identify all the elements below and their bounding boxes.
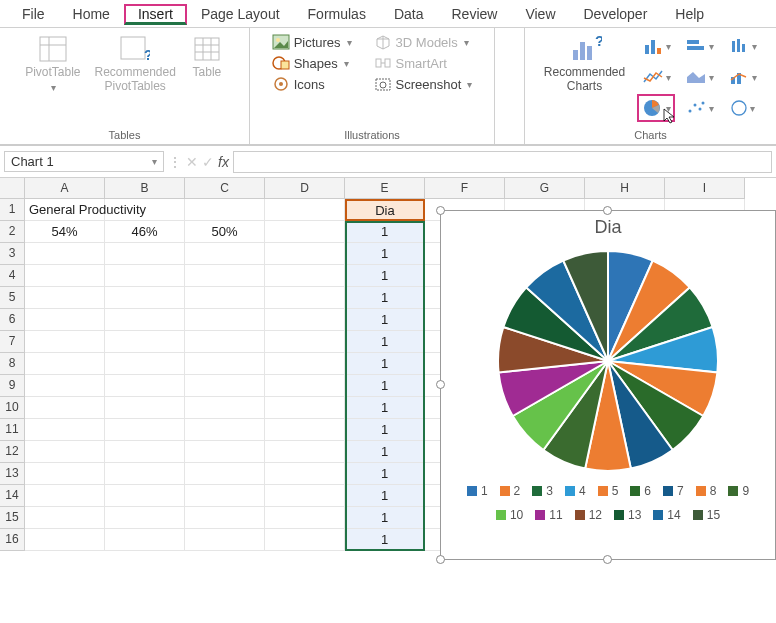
row-header[interactable]: 3 bbox=[0, 243, 25, 265]
cell[interactable] bbox=[265, 507, 345, 529]
cell[interactable] bbox=[265, 375, 345, 397]
map-chart-button[interactable]: ▾ bbox=[723, 94, 761, 122]
cancel-formula-icon[interactable]: ✕ bbox=[186, 154, 198, 170]
cell[interactable] bbox=[265, 287, 345, 309]
column-header[interactable]: D bbox=[265, 178, 345, 199]
cell[interactable] bbox=[105, 353, 185, 375]
cell[interactable]: 54% bbox=[25, 221, 105, 243]
cell[interactable] bbox=[265, 309, 345, 331]
stock-chart-button[interactable]: ▾ bbox=[723, 32, 761, 60]
shapes-button[interactable]: Shapes▾ bbox=[268, 53, 356, 73]
cell[interactable] bbox=[185, 441, 265, 463]
drag-handle-icon[interactable]: ⋮ bbox=[168, 154, 182, 170]
row-header[interactable]: 4 bbox=[0, 265, 25, 287]
column-header[interactable]: F bbox=[425, 178, 505, 199]
cell[interactable] bbox=[25, 529, 105, 551]
pictures-button[interactable]: Pictures▾ bbox=[268, 32, 356, 52]
scatter-chart-button[interactable]: ▾ bbox=[680, 94, 718, 122]
legend-item[interactable]: 7 bbox=[663, 484, 684, 498]
column-header[interactable]: G bbox=[505, 178, 585, 199]
menu-review[interactable]: Review bbox=[438, 4, 512, 25]
legend-item[interactable]: 3 bbox=[532, 484, 553, 498]
row-header[interactable]: 7 bbox=[0, 331, 25, 353]
cell[interactable]: 50% bbox=[185, 221, 265, 243]
row-header[interactable]: 15 bbox=[0, 507, 25, 529]
legend-item[interactable]: 8 bbox=[696, 484, 717, 498]
accept-formula-icon[interactable]: ✓ bbox=[202, 154, 214, 170]
row-header[interactable]: 12 bbox=[0, 441, 25, 463]
legend-item[interactable]: 1 bbox=[467, 484, 488, 498]
cell[interactable] bbox=[25, 331, 105, 353]
table-button[interactable]: Table bbox=[186, 32, 228, 82]
smartart-button[interactable]: SmartArt bbox=[370, 53, 477, 73]
recommended-pivottables-button[interactable]: ? Recommended PivotTables bbox=[91, 32, 180, 96]
cell[interactable]: 1 bbox=[345, 463, 425, 485]
cell[interactable] bbox=[185, 507, 265, 529]
pie-chart-button[interactable]: ▾ bbox=[637, 94, 675, 122]
pivottable-button[interactable]: PivotTable ▾ bbox=[21, 32, 84, 95]
cell[interactable] bbox=[25, 397, 105, 419]
cell[interactable]: 1 bbox=[345, 221, 425, 243]
cell[interactable] bbox=[25, 287, 105, 309]
legend-item[interactable]: 12 bbox=[575, 508, 602, 522]
cell[interactable] bbox=[25, 375, 105, 397]
cell[interactable] bbox=[185, 309, 265, 331]
column-header[interactable]: B bbox=[105, 178, 185, 199]
bar-chart-button[interactable]: ▾ bbox=[680, 32, 718, 60]
worksheet[interactable]: ABCDEFGHI 12345678910111213141516 Genera… bbox=[0, 178, 776, 618]
cell[interactable] bbox=[265, 221, 345, 243]
menu-help[interactable]: Help bbox=[661, 4, 718, 25]
area-chart-button[interactable]: ▾ bbox=[680, 63, 718, 91]
cell[interactable] bbox=[265, 353, 345, 375]
row-header[interactable]: 8 bbox=[0, 353, 25, 375]
menu-developer[interactable]: Developer bbox=[570, 4, 662, 25]
cell[interactable]: 1 bbox=[345, 419, 425, 441]
column-header[interactable]: I bbox=[665, 178, 745, 199]
cell[interactable] bbox=[185, 287, 265, 309]
cell[interactable] bbox=[265, 265, 345, 287]
cell[interactable]: 1 bbox=[345, 441, 425, 463]
menu-data[interactable]: Data bbox=[380, 4, 438, 25]
column-chart-button[interactable]: ▾ bbox=[637, 32, 675, 60]
cell[interactable] bbox=[105, 463, 185, 485]
cell[interactable] bbox=[25, 309, 105, 331]
cell[interactable] bbox=[25, 485, 105, 507]
cell[interactable] bbox=[25, 507, 105, 529]
cell[interactable] bbox=[25, 243, 105, 265]
row-header[interactable]: 9 bbox=[0, 375, 25, 397]
menu-formulas[interactable]: Formulas bbox=[294, 4, 380, 25]
cell[interactable] bbox=[185, 331, 265, 353]
menu-file[interactable]: File bbox=[8, 4, 59, 25]
chart-title[interactable]: Dia bbox=[441, 217, 775, 238]
cell[interactable] bbox=[25, 419, 105, 441]
cell[interactable] bbox=[185, 397, 265, 419]
cell[interactable] bbox=[265, 199, 345, 221]
cell[interactable] bbox=[105, 331, 185, 353]
pie-chart[interactable] bbox=[493, 246, 723, 476]
legend-item[interactable]: 4 bbox=[565, 484, 586, 498]
legend-item[interactable]: 15 bbox=[693, 508, 720, 522]
menu-page-layout[interactable]: Page Layout bbox=[187, 4, 294, 25]
cell[interactable]: 1 bbox=[345, 331, 425, 353]
icons-button[interactable]: Icons bbox=[268, 74, 356, 94]
cell[interactable] bbox=[185, 485, 265, 507]
menu-view[interactable]: View bbox=[511, 4, 569, 25]
cell[interactable] bbox=[25, 353, 105, 375]
menu-insert[interactable]: Insert bbox=[124, 4, 187, 25]
embedded-chart[interactable]: Dia 123456789101112131415 bbox=[440, 210, 776, 560]
cell[interactable] bbox=[185, 243, 265, 265]
cell[interactable]: 1 bbox=[345, 397, 425, 419]
legend-item[interactable]: 13 bbox=[614, 508, 641, 522]
cell[interactable] bbox=[105, 265, 185, 287]
screenshot-button[interactable]: Screenshot▾ bbox=[370, 74, 477, 94]
cell[interactable]: General Productivity bbox=[25, 199, 105, 221]
cell[interactable]: 1 bbox=[345, 353, 425, 375]
cell[interactable] bbox=[105, 441, 185, 463]
legend-item[interactable]: 9 bbox=[728, 484, 749, 498]
column-header[interactable]: E bbox=[345, 178, 425, 199]
legend-item[interactable]: 11 bbox=[535, 508, 562, 522]
row-header[interactable]: 10 bbox=[0, 397, 25, 419]
fx-icon[interactable]: fx bbox=[218, 154, 229, 170]
cell[interactable] bbox=[185, 529, 265, 551]
cell[interactable] bbox=[265, 397, 345, 419]
